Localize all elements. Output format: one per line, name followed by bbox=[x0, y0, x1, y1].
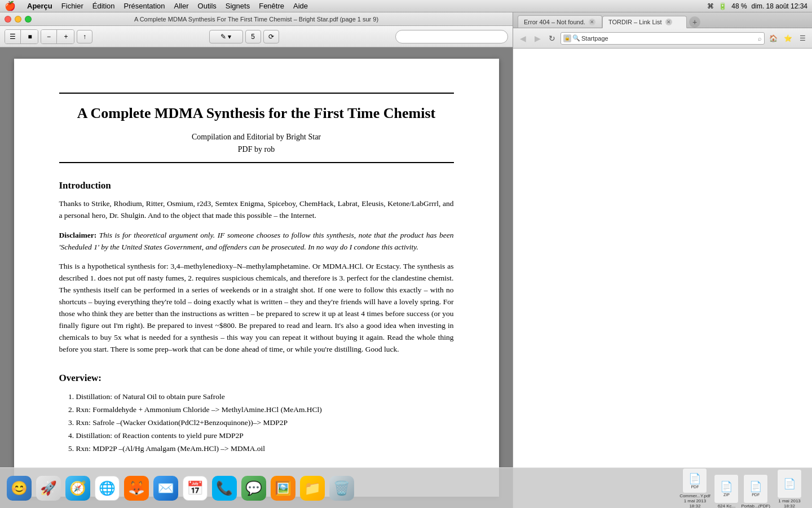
dock-launchpad[interactable]: 🚀 bbox=[35, 472, 62, 504]
menubar-apercu[interactable]: Aperçu bbox=[23, 2, 57, 10]
pdf-overview-list: Distillation: of Natural Oil to obtain p… bbox=[76, 391, 454, 456]
dock-safari[interactable]: 🧭 bbox=[64, 472, 91, 504]
taskbar-file-icon-1: 📄 PDF bbox=[682, 468, 707, 493]
tab-tordir-close[interactable]: ✕ bbox=[665, 19, 672, 25]
forward-button[interactable]: ▶ bbox=[531, 32, 544, 45]
taskbar-file-4[interactable]: 📄 1 mai 2013 18:32 bbox=[773, 468, 806, 509]
taskbar-file-label-3: Portab...(PDF) bbox=[741, 503, 770, 509]
pdf-intro-heading: Introduction bbox=[59, 180, 454, 191]
window-title: A Complete MDMA Synthesis For The First … bbox=[134, 16, 378, 23]
apple-menu[interactable]: 🍎 bbox=[5, 1, 16, 11]
browser-tabs: Error 404 – Not found. ✕ TORDIR – Link L… bbox=[513, 12, 812, 28]
browser-navbar: ◀ ▶ ↻ 🔒 🔍 Startpage ⌕ 🏠 ⭐ ☰ bbox=[513, 28, 812, 49]
pdf-window: A Complete MDMA Synthesis For The First … bbox=[0, 12, 513, 508]
taskbar-file-date-1: 1 mai 2013 18:32 bbox=[678, 498, 712, 509]
dock-skype[interactable]: 📞 bbox=[211, 472, 238, 504]
disclaimer-label: Disclaimer: bbox=[59, 231, 97, 239]
menu-button[interactable]: ☰ bbox=[796, 32, 809, 45]
address-bar-container[interactable]: 🔒 🔍 Startpage ⌕ bbox=[561, 32, 765, 45]
list-item: Rxn: Safrole –(Wacker Oxidation(PdCl2+Be… bbox=[76, 417, 454, 430]
taskbar-file-icon-3: 📄 PDF bbox=[743, 474, 768, 503]
pdf-search-input[interactable] bbox=[395, 30, 508, 43]
pdf-disclaimer: Disclaimer: This is for theoretical argu… bbox=[59, 230, 454, 253]
pdf-title: A Complete MDMA Synthesis for the First … bbox=[59, 105, 454, 122]
taskbar-file-1[interactable]: 📄 PDF Commer...Y.pdf 1 mai 2013 18:32 bbox=[678, 468, 712, 509]
minimize-button[interactable] bbox=[15, 16, 21, 23]
new-tab-button[interactable]: + bbox=[689, 16, 700, 28]
list-item: Rxn: Formaldehyde + Ammonium Chloride –>… bbox=[76, 404, 454, 417]
back-button[interactable]: ◀ bbox=[517, 32, 529, 45]
menubar-status-area: ⌘ 🔋 48 % dim. 18 août 12:34 bbox=[707, 2, 807, 10]
tab-tordir[interactable]: TORDIR – Link List ✕ bbox=[602, 16, 687, 28]
dock-chrome[interactable]: 🌐 bbox=[94, 472, 121, 504]
annotation-button[interactable]: ✎ ▾ bbox=[209, 30, 243, 43]
zoom-in-button[interactable]: + bbox=[58, 30, 74, 43]
address-favicon: 🔒 bbox=[563, 34, 571, 42]
address-go-icon[interactable]: ⌕ bbox=[758, 35, 762, 42]
zoom-out-button[interactable]: − bbox=[41, 30, 57, 43]
dock-firefox[interactable]: 🦊 bbox=[123, 472, 150, 504]
view-toggle-group: ☰ ■ bbox=[5, 29, 38, 44]
taskbar-file-icon-2: 📄 ZIP bbox=[714, 474, 739, 503]
dock-folder[interactable]: 📁 bbox=[299, 472, 326, 504]
address-text: Startpage bbox=[581, 35, 757, 42]
pdf-para2: This is a hypothetical synthesis for: 3,… bbox=[59, 261, 454, 355]
pdf-subtitle: Compilation and Editorial by Bright Star… bbox=[59, 131, 454, 156]
tab-error404-label: Error 404 – Not found. bbox=[524, 19, 585, 25]
pdf-footer-line bbox=[59, 162, 454, 163]
taskbar-file-label-2: 624 Kc... bbox=[718, 503, 736, 509]
home-button[interactable]: 🏠 bbox=[767, 32, 779, 45]
tab-error404-close[interactable]: ✕ bbox=[589, 19, 595, 25]
page-number-display: 5 bbox=[245, 30, 261, 43]
pdf-overview-heading: Overview: bbox=[59, 373, 454, 384]
tab-error404[interactable]: Error 404 – Not found. ✕ bbox=[518, 15, 602, 28]
dock-mail[interactable]: ✉️ bbox=[152, 472, 179, 504]
share-button[interactable]: ↑ bbox=[77, 30, 92, 43]
rotate-button[interactable]: ⟳ bbox=[263, 30, 279, 43]
sidebar-toggle-button[interactable]: ☰ bbox=[5, 30, 21, 43]
menubar-aide[interactable]: Aide bbox=[289, 2, 312, 10]
taskbar-file-2[interactable]: 📄 ZIP 624 Kc... bbox=[714, 468, 739, 509]
pdf-page: A Complete MDMA Synthesis for the First … bbox=[14, 59, 499, 497]
battery-icon: 🔋 bbox=[718, 2, 727, 10]
pdf-para1: Thanks to Strike, Rhodium, Ritter, Osmiu… bbox=[59, 198, 454, 222]
disclaimer-text: This is for theoretical argument only. I… bbox=[59, 231, 454, 251]
pdf-content-area[interactable]: A Complete MDMA Synthesis for the First … bbox=[0, 47, 513, 508]
menubar-fenetre[interactable]: Fenêtre bbox=[254, 2, 289, 10]
pdf-subtitle-line1: Compilation and Editorial by Bright Star bbox=[59, 131, 454, 143]
browser-content bbox=[513, 49, 812, 508]
zoom-group: − + bbox=[41, 29, 74, 44]
menubar-aller[interactable]: Aller bbox=[170, 2, 193, 10]
clock: dim. 18 août 12:34 bbox=[752, 2, 807, 10]
pdf-toolbar: ☰ ■ − + ↑ ✎ ▾ 5 ⟳ bbox=[0, 26, 513, 47]
pdf-header-line bbox=[59, 93, 454, 94]
taskbar-file-label-4: 1 mai 2013 18:32 bbox=[773, 498, 806, 509]
view-mode-button[interactable]: ■ bbox=[22, 30, 38, 43]
menubar: 🍎 Aperçu Fichier Édition Présentation Al… bbox=[0, 0, 812, 12]
list-item: Distillation: of Reaction contents to yi… bbox=[76, 430, 454, 443]
dock-photos[interactable]: 🖼️ bbox=[270, 472, 297, 504]
maximize-button[interactable] bbox=[25, 16, 32, 23]
taskbar-file-3[interactable]: 📄 PDF Portab...(PDF) bbox=[741, 468, 770, 509]
list-item: Distillation: of Natural Oil to obtain p… bbox=[76, 391, 454, 404]
traffic-lights bbox=[5, 16, 32, 23]
close-button[interactable] bbox=[5, 16, 11, 23]
menubar-fichier[interactable]: Fichier bbox=[57, 2, 88, 10]
refresh-button[interactable]: ↻ bbox=[546, 32, 558, 45]
dock-messages[interactable]: 💬 bbox=[240, 472, 267, 504]
taskbar-file-icon-4: 📄 bbox=[777, 469, 802, 498]
wifi-icon: ⌘ bbox=[707, 2, 714, 10]
pdf-titlebar: A Complete MDMA Synthesis For The First … bbox=[0, 12, 513, 26]
menubar-outils[interactable]: Outils bbox=[193, 2, 221, 10]
tab-tordir-label: TORDIR – Link List bbox=[608, 19, 662, 25]
pdf-subtitle-line2: PDF by rob bbox=[59, 143, 454, 156]
menubar-edition[interactable]: Édition bbox=[88, 2, 120, 10]
bookmarks-button[interactable]: ⭐ bbox=[782, 32, 794, 45]
dock-trash[interactable]: 🗑️ bbox=[328, 472, 355, 504]
dock-calendar[interactable]: 📅 bbox=[182, 472, 209, 504]
taskbar-file-label-1: Commer...Y.pdf bbox=[679, 493, 710, 498]
battery-percent: 48 % bbox=[731, 2, 747, 10]
dock-finder[interactable]: 😊 bbox=[6, 472, 33, 504]
menubar-signets[interactable]: Signets bbox=[221, 2, 254, 10]
menubar-presentation[interactable]: Présentation bbox=[120, 2, 170, 10]
